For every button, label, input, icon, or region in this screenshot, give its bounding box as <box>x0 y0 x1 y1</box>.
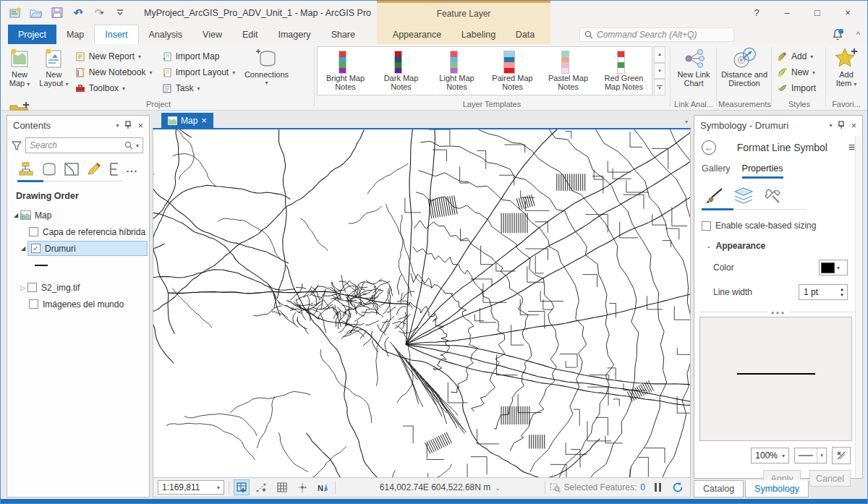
add-item-button[interactable]: Add Item ▾ <box>827 44 865 96</box>
tab-insert[interactable]: Insert <box>94 25 138 44</box>
redo-button[interactable]: ↷▾ <box>92 6 106 20</box>
help-button[interactable]: ? <box>741 1 772 25</box>
list-by-labeling-icon[interactable] <box>109 162 120 176</box>
close-panel-icon[interactable]: × <box>137 120 143 131</box>
new-style-button[interactable]: New▾ <box>777 64 825 80</box>
gallery-item-dark-map-notes[interactable]: Dark Map Notes <box>373 47 429 95</box>
preview-zoom-combo[interactable]: 100% ▾ <box>751 448 789 464</box>
line-symbol-swatch[interactable] <box>35 265 48 266</box>
save-project-icon[interactable] <box>50 6 64 20</box>
enable-scale-based-sizing-row[interactable]: Enable scale-based sizing <box>694 212 862 231</box>
contents-search-input[interactable] <box>30 140 122 150</box>
expand-collapse-icon[interactable]: ▷ <box>19 284 27 291</box>
line-style-combo[interactable]: ▾ <box>794 448 827 464</box>
layer-checkbox[interactable] <box>29 299 38 309</box>
tab-properties[interactable]: Properties <box>742 163 783 179</box>
map-canvas[interactable] <box>153 128 691 477</box>
connections-button[interactable]: Connections ▾ <box>244 44 290 96</box>
tab-analysis[interactable]: Analysis <box>139 25 193 44</box>
symbol-tab-layers-icon[interactable] <box>733 187 754 205</box>
import-map-button[interactable]: Import Map <box>162 48 235 64</box>
new-layout-button[interactable]: New Layout ▾ <box>38 44 69 96</box>
line-style-caret-icon[interactable]: ▾ <box>817 448 826 463</box>
close-button[interactable]: × <box>833 1 863 25</box>
collapse-ribbon-icon[interactable]: ^ <box>856 30 860 39</box>
gallery-scroll-up-icon[interactable]: ▴ <box>654 46 665 63</box>
back-button[interactable]: ← <box>702 140 716 155</box>
tab-project[interactable]: Project <box>8 25 56 44</box>
panel-scrollbar[interactable] <box>855 136 861 477</box>
list-by-drawing-order-icon[interactable] <box>19 162 35 176</box>
command-search-input[interactable] <box>597 30 729 40</box>
open-project-icon[interactable] <box>29 6 43 20</box>
spin-up-icon[interactable]: ▴ <box>841 286 843 292</box>
tab-share[interactable]: Share <box>321 25 365 44</box>
cancel-button[interactable]: Cancel <box>809 470 851 487</box>
gallery-scroll-down-icon[interactable]: ▾ <box>654 63 665 80</box>
tab-overflow-caret-icon[interactable]: ▾ <box>685 119 688 125</box>
line-width-spinner[interactable]: 1 pt ▴ ▾ <box>799 284 848 300</box>
tab-edit[interactable]: Edit <box>232 25 268 44</box>
layer-row-drumuri[interactable]: ◢ ✓ Drumuri <box>7 240 149 257</box>
tab-imagery[interactable]: Imagery <box>268 25 320 44</box>
color-picker-combo[interactable]: ▾ <box>819 260 848 276</box>
map-view-tab[interactable]: Map × <box>161 113 213 128</box>
customize-qat-icon[interactable] <box>113 6 127 20</box>
tab-gallery[interactable]: Gallery <box>702 163 731 179</box>
tab-map[interactable]: Map <box>56 25 94 44</box>
toolbox-button[interactable]: Toolbox▾ <box>75 80 153 96</box>
dock-tab-catalog[interactable]: Catalog <box>694 480 744 497</box>
drumuri-symbol-row[interactable] <box>7 257 149 273</box>
pin-icon[interactable] <box>124 121 132 129</box>
gallery-item-paired-map-notes[interactable]: Paired Map Notes <box>485 47 540 95</box>
task-button[interactable]: Task▾ <box>162 80 235 96</box>
new-project-icon[interactable] <box>8 6 22 20</box>
grid-button[interactable] <box>274 479 290 495</box>
import-style-button[interactable]: Import <box>777 80 825 96</box>
dock-tab-symbology[interactable]: Symbology <box>745 480 809 497</box>
new-report-button[interactable]: New Report▾ <box>75 48 153 64</box>
notifications-bell-icon[interactable] <box>831 28 844 41</box>
minimize-button[interactable]: – <box>772 1 802 25</box>
more-view-tabs-icon[interactable]: ... <box>127 164 138 174</box>
new-notebook-button[interactable]: New Notebook▾ <box>75 64 153 80</box>
tab-labeling[interactable]: Labeling <box>456 25 501 44</box>
contents-search-box[interactable]: ▾ <box>25 137 143 153</box>
new-link-chart-button[interactable]: New Link Chart <box>672 44 715 96</box>
gallery-item-bright-map-notes[interactable]: Bright Map Notes <box>318 47 373 95</box>
layer-row-s2-img[interactable]: ▷ S2_img.tif <box>7 279 149 296</box>
appearance-section-header[interactable]: ⌄ Appearance <box>694 231 862 251</box>
layer-checkbox[interactable]: ✓ <box>31 244 41 253</box>
tab-data[interactable]: Data <box>510 25 540 44</box>
list-by-editing-icon[interactable] <box>86 162 102 176</box>
layer-row-capa-referencia[interactable]: Capa de referencia híbrida <box>7 223 149 240</box>
close-view-icon[interactable]: × <box>201 115 207 126</box>
scale-combo[interactable]: 1:169,811 ▾ <box>158 480 224 495</box>
ground-to-grid-button[interactable] <box>294 479 310 495</box>
spin-down-icon[interactable]: ▾ <box>841 292 843 298</box>
refresh-button[interactable] <box>670 479 686 495</box>
north-arrow-button[interactable]: N <box>315 479 331 495</box>
import-layout-button[interactable]: Import Layout▾ <box>162 64 235 80</box>
panel-options-menu-icon[interactable]: ≡ <box>848 141 855 154</box>
expand-collapse-icon[interactable]: ◢ <box>12 212 20 218</box>
layout-panes-button[interactable] <box>234 479 250 495</box>
coordinates-readout[interactable]: 614,002.74E 604,522.68N m⌄ <box>340 482 540 492</box>
enable-scale-checkbox[interactable] <box>702 221 711 231</box>
symbol-tab-brush-icon[interactable] <box>705 187 723 205</box>
symbol-tab-structure-icon[interactable] <box>764 187 783 205</box>
new-map-button[interactable]: New Map ▾ <box>4 44 35 96</box>
gallery-item-pastel-map-notes[interactable]: Pastel Map Notes <box>540 47 596 95</box>
filter-icon[interactable] <box>12 141 22 150</box>
undo-button[interactable]: ↶▾ <box>71 6 85 20</box>
gallery-item-red-green-map-notes[interactable]: Red Green Map Notes <box>596 47 652 95</box>
gallery-expand-icon[interactable]: ▾ <box>654 79 665 95</box>
panel-menu-caret-icon[interactable]: ▾ <box>116 122 119 129</box>
tree-node-map[interactable]: ◢ Map <box>7 207 149 223</box>
gallery-item-light-map-notes[interactable]: Light Map Notes <box>429 47 485 95</box>
layer-checkbox[interactable] <box>27 283 37 292</box>
distance-and-direction-button[interactable]: Distance and Direction <box>718 44 770 96</box>
list-by-data-source-icon[interactable] <box>41 162 57 176</box>
selected-features-status[interactable]: Selected Features: 0 <box>550 482 645 492</box>
pause-drawing-button[interactable] <box>650 479 665 495</box>
